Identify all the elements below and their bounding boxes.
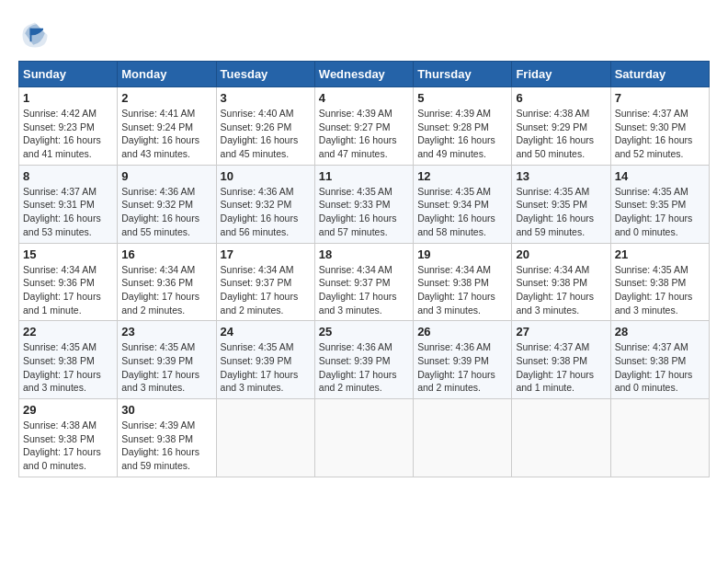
- day-cell: 9 Sunrise: 4:36 AM Sunset: 9:32 PM Dayli…: [118, 165, 216, 243]
- day-cell: 27 Sunrise: 4:37 AM Sunset: 9:38 PM Dayl…: [512, 321, 610, 399]
- weekday-header-row: SundayMondayTuesdayWednesdayThursdayFrid…: [19, 62, 710, 87]
- day-cell: 10 Sunrise: 4:36 AM Sunset: 9:32 PM Dayl…: [216, 165, 314, 243]
- day-number: 19: [417, 247, 507, 261]
- day-info: Sunrise: 4:35 AM Sunset: 9:34 PM Dayligh…: [417, 185, 507, 239]
- day-number: 24: [221, 325, 311, 339]
- day-info: Sunrise: 4:34 AM Sunset: 9:36 PM Dayligh…: [121, 263, 211, 317]
- day-info: Sunrise: 4:42 AM Sunset: 9:23 PM Dayligh…: [23, 107, 113, 161]
- day-cell: [414, 399, 512, 477]
- day-cell: 22 Sunrise: 4:35 AM Sunset: 9:38 PM Dayl…: [19, 321, 118, 399]
- week-row-2: 8 Sunrise: 4:37 AM Sunset: 9:31 PM Dayli…: [19, 165, 710, 243]
- day-number: 10: [221, 169, 311, 183]
- day-cell: 28 Sunrise: 4:37 AM Sunset: 9:38 PM Dayl…: [610, 321, 709, 399]
- day-info: Sunrise: 4:35 AM Sunset: 9:39 PM Dayligh…: [221, 340, 311, 395]
- day-number: 15: [23, 247, 113, 261]
- day-info: Sunrise: 4:41 AM Sunset: 9:24 PM Dayligh…: [121, 107, 211, 161]
- day-info: Sunrise: 4:35 AM Sunset: 9:35 PM Dayligh…: [615, 185, 705, 239]
- day-info: Sunrise: 4:37 AM Sunset: 9:38 PM Dayligh…: [516, 340, 606, 395]
- day-cell: 3 Sunrise: 4:40 AM Sunset: 9:26 PM Dayli…: [216, 87, 314, 166]
- day-cell: 6 Sunrise: 4:38 AM Sunset: 9:29 PM Dayli…: [512, 87, 610, 166]
- day-info: Sunrise: 4:38 AM Sunset: 9:38 PM Dayligh…: [23, 419, 113, 473]
- day-cell: 30 Sunrise: 4:39 AM Sunset: 9:38 PM Dayl…: [118, 399, 216, 477]
- day-number: 21: [615, 247, 705, 261]
- day-info: Sunrise: 4:34 AM Sunset: 9:38 PM Dayligh…: [516, 263, 606, 317]
- day-cell: 20 Sunrise: 4:34 AM Sunset: 9:38 PM Dayl…: [512, 243, 610, 321]
- day-cell: 25 Sunrise: 4:36 AM Sunset: 9:39 PM Dayl…: [314, 321, 413, 399]
- day-info: Sunrise: 4:37 AM Sunset: 9:30 PM Dayligh…: [615, 107, 705, 161]
- day-cell: 16 Sunrise: 4:34 AM Sunset: 9:36 PM Dayl…: [118, 243, 216, 321]
- day-cell: 4 Sunrise: 4:39 AM Sunset: 9:27 PM Dayli…: [314, 87, 413, 166]
- day-number: 23: [121, 325, 211, 339]
- day-cell: 15 Sunrise: 4:34 AM Sunset: 9:36 PM Dayl…: [19, 243, 118, 321]
- day-cell: [610, 399, 709, 477]
- day-info: Sunrise: 4:34 AM Sunset: 9:38 PM Dayligh…: [417, 263, 507, 317]
- day-cell: 26 Sunrise: 4:36 AM Sunset: 9:39 PM Dayl…: [414, 321, 512, 399]
- day-number: 3: [221, 91, 311, 105]
- day-info: Sunrise: 4:37 AM Sunset: 9:31 PM Dayligh…: [23, 185, 113, 239]
- day-info: Sunrise: 4:39 AM Sunset: 9:27 PM Dayligh…: [319, 107, 409, 161]
- day-info: Sunrise: 4:36 AM Sunset: 9:32 PM Dayligh…: [121, 185, 211, 239]
- day-number: 1: [23, 91, 113, 105]
- day-cell: 2 Sunrise: 4:41 AM Sunset: 9:24 PM Dayli…: [118, 87, 216, 166]
- day-number: 30: [121, 403, 211, 417]
- day-info: Sunrise: 4:34 AM Sunset: 9:36 PM Dayligh…: [23, 263, 113, 317]
- day-cell: 14 Sunrise: 4:35 AM Sunset: 9:35 PM Dayl…: [610, 165, 709, 243]
- day-number: 28: [615, 325, 705, 339]
- day-number: 11: [319, 169, 409, 183]
- day-info: Sunrise: 4:39 AM Sunset: 9:28 PM Dayligh…: [417, 107, 507, 161]
- day-cell: 1 Sunrise: 4:42 AM Sunset: 9:23 PM Dayli…: [19, 87, 118, 166]
- day-cell: 23 Sunrise: 4:35 AM Sunset: 9:39 PM Dayl…: [118, 321, 216, 399]
- day-number: 7: [615, 91, 705, 105]
- header-thursday: Thursday: [414, 62, 512, 87]
- header-saturday: Saturday: [610, 62, 709, 87]
- day-number: 17: [221, 247, 311, 261]
- week-row-4: 22 Sunrise: 4:35 AM Sunset: 9:38 PM Dayl…: [19, 321, 710, 399]
- day-cell: 17 Sunrise: 4:34 AM Sunset: 9:37 PM Dayl…: [216, 243, 314, 321]
- day-info: Sunrise: 4:36 AM Sunset: 9:39 PM Dayligh…: [417, 340, 507, 395]
- day-number: 2: [121, 91, 211, 105]
- day-number: 27: [516, 325, 606, 339]
- header-sunday: Sunday: [19, 62, 118, 87]
- day-number: 6: [516, 91, 606, 105]
- day-info: Sunrise: 4:40 AM Sunset: 9:26 PM Dayligh…: [221, 107, 311, 161]
- day-info: Sunrise: 4:35 AM Sunset: 9:35 PM Dayligh…: [516, 185, 606, 239]
- day-number: 29: [23, 403, 113, 417]
- day-number: 8: [23, 169, 113, 183]
- day-info: Sunrise: 4:35 AM Sunset: 9:38 PM Dayligh…: [615, 263, 705, 317]
- day-info: Sunrise: 4:36 AM Sunset: 9:39 PM Dayligh…: [319, 340, 409, 395]
- day-info: Sunrise: 4:35 AM Sunset: 9:39 PM Dayligh…: [121, 340, 211, 395]
- day-cell: 8 Sunrise: 4:37 AM Sunset: 9:31 PM Dayli…: [19, 165, 118, 243]
- day-cell: 11 Sunrise: 4:35 AM Sunset: 9:33 PM Dayl…: [314, 165, 413, 243]
- day-info: Sunrise: 4:38 AM Sunset: 9:29 PM Dayligh…: [516, 107, 606, 161]
- header-wednesday: Wednesday: [314, 62, 413, 87]
- day-cell: 5 Sunrise: 4:39 AM Sunset: 9:28 PM Dayli…: [414, 87, 512, 166]
- day-cell: 21 Sunrise: 4:35 AM Sunset: 9:38 PM Dayl…: [610, 243, 709, 321]
- header-friday: Friday: [512, 62, 610, 87]
- day-info: Sunrise: 4:37 AM Sunset: 9:38 PM Dayligh…: [615, 340, 705, 395]
- day-cell: 18 Sunrise: 4:34 AM Sunset: 9:37 PM Dayl…: [314, 243, 413, 321]
- day-number: 14: [615, 169, 705, 183]
- day-info: Sunrise: 4:34 AM Sunset: 9:37 PM Dayligh…: [319, 263, 409, 317]
- day-number: 13: [516, 169, 606, 183]
- header: [18, 18, 710, 52]
- day-number: 26: [417, 325, 507, 339]
- logo: [18, 18, 55, 52]
- day-cell: 12 Sunrise: 4:35 AM Sunset: 9:34 PM Dayl…: [414, 165, 512, 243]
- day-info: Sunrise: 4:35 AM Sunset: 9:33 PM Dayligh…: [319, 185, 409, 239]
- day-number: 25: [319, 325, 409, 339]
- header-monday: Monday: [118, 62, 216, 87]
- day-number: 22: [23, 325, 113, 339]
- day-info: Sunrise: 4:35 AM Sunset: 9:38 PM Dayligh…: [23, 340, 113, 395]
- day-number: 5: [417, 91, 507, 105]
- day-cell: [512, 399, 610, 477]
- day-number: 20: [516, 247, 606, 261]
- day-info: Sunrise: 4:39 AM Sunset: 9:38 PM Dayligh…: [121, 419, 211, 473]
- day-info: Sunrise: 4:36 AM Sunset: 9:32 PM Dayligh…: [221, 185, 311, 239]
- logo-icon: [18, 18, 51, 52]
- day-cell: 29 Sunrise: 4:38 AM Sunset: 9:38 PM Dayl…: [19, 399, 118, 477]
- header-tuesday: Tuesday: [216, 62, 314, 87]
- day-cell: 19 Sunrise: 4:34 AM Sunset: 9:38 PM Dayl…: [414, 243, 512, 321]
- day-cell: [314, 399, 413, 477]
- day-number: 9: [121, 169, 211, 183]
- day-cell: 7 Sunrise: 4:37 AM Sunset: 9:30 PM Dayli…: [610, 87, 709, 166]
